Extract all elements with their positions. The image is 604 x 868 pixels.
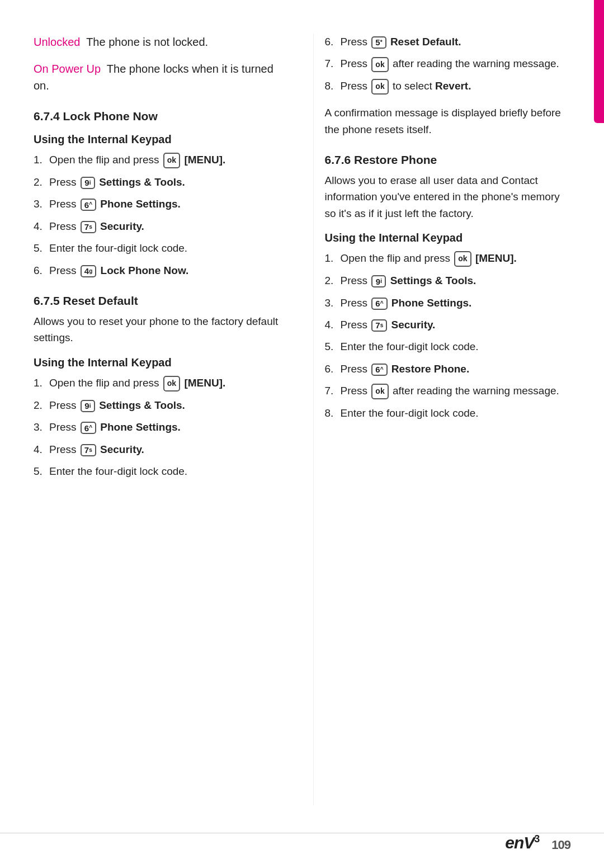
term-unlocked: Unlocked The phone is not locked.	[34, 34, 280, 50]
step-676-7: 7. Press ok after reading the warning me…	[325, 383, 571, 399]
key-6-674-3: 6^	[81, 199, 96, 211]
term-unlocked-label: Unlocked	[34, 36, 80, 48]
step-676-5: 5. Enter the four-digit lock code.	[325, 338, 571, 355]
ok-key-675-8: ok	[371, 79, 388, 95]
step-675-1: 1. Open the flip and press ok [MENU].	[34, 375, 280, 391]
key-7-676-4: 7s	[371, 319, 387, 332]
key-7-675-4: 7s	[81, 444, 96, 456]
term-unlocked-desc: The phone is not locked.	[86, 36, 208, 48]
footer: enV3 109	[0, 833, 604, 852]
section-674-sub-heading: Using the Internal Keypad	[34, 133, 280, 146]
note-675: A confirmation message is displayed brie…	[325, 105, 571, 138]
key-9-676-2: 9i	[371, 275, 386, 287]
left-column: Unlocked The phone is not locked. On Pow…	[34, 34, 291, 805]
step-675-4: 4. Press 7s Security.	[34, 441, 280, 457]
brand-text: enV3	[505, 833, 539, 852]
ok-key-675-7: ok	[371, 57, 388, 73]
key-9-675-2: 9i	[81, 400, 95, 412]
step-675-5: 5. Enter the four-digit lock code.	[34, 463, 280, 479]
key-6-676-3: 6^	[371, 298, 387, 310]
term-on-power-up-label: On Power Up	[34, 63, 101, 75]
ok-key-676-1: ok	[454, 251, 471, 267]
step-674-4: 4. Press 7s Security.	[34, 218, 280, 234]
page-content: Unlocked The phone is not locked. On Pow…	[0, 0, 604, 839]
key-6-676-6: 6^	[371, 364, 387, 376]
key-7-674-4: 7s	[81, 221, 96, 233]
step-674-2: 2. Press 9i Settings & Tools.	[34, 174, 280, 190]
term-on-power-up: On Power Up The phone locks when it is t…	[34, 60, 280, 94]
section-676-heading: 6.7.6 Restore Phone	[325, 153, 571, 167]
footer-page-number: 109	[551, 838, 570, 852]
section-675-sub-heading: Using the Internal Keypad	[34, 356, 280, 369]
footer-brand: enV3 109	[505, 833, 570, 852]
step-675-2: 2. Press 9i Settings & Tools.	[34, 397, 280, 413]
section-676-sub-heading: Using the Internal Keypad	[325, 232, 571, 244]
key-6-675-3: 6^	[81, 422, 96, 434]
step-676-3: 3. Press 6^ Phone Settings.	[325, 295, 571, 311]
section-675-steps-right: 6. Press 5* Reset Default. 7. Press ok a…	[325, 34, 571, 95]
section-675-steps-left: 1. Open the flip and press ok [MENU]. 2.…	[34, 375, 280, 480]
section-675-body: Allows you to reset your phone to the fa…	[34, 313, 280, 346]
section-674-steps: 1. Open the flip and press ok [MENU]. 2.…	[34, 152, 280, 279]
key-4-674-6: 4g	[81, 265, 96, 277]
step-676-4: 4. Press 7s Security.	[325, 317, 571, 333]
key-5-675-6: 5*	[371, 36, 386, 49]
step-674-5: 5. Enter the four-digit lock code.	[34, 240, 280, 256]
step-674-3: 3. Press 6^ Phone Settings.	[34, 196, 280, 212]
right-column: 6. Press 5* Reset Default. 7. Press ok a…	[313, 34, 571, 805]
step-676-1: 1. Open the flip and press ok [MENU].	[325, 250, 571, 267]
ok-key-676-7: ok	[371, 384, 388, 399]
step-674-1: 1. Open the flip and press ok [MENU].	[34, 152, 280, 168]
pink-sidebar-bar	[594, 0, 604, 123]
step-675-7: 7. Press ok after reading the warning me…	[325, 55, 571, 72]
step-674-6: 6. Press 4g Lock Phone Now.	[34, 262, 280, 279]
step-675-3: 3. Press 6^ Phone Settings.	[34, 419, 280, 435]
step-676-2: 2. Press 9i Settings & Tools.	[325, 272, 571, 289]
note-675-text: A confirmation message is displayed brie…	[325, 105, 571, 138]
section-676-steps: 1. Open the flip and press ok [MENU]. 2.…	[325, 250, 571, 421]
step-675-6: 6. Press 5* Reset Default.	[325, 34, 571, 50]
step-675-8: 8. Press ok to select Revert.	[325, 78, 571, 95]
ok-key-674-1: ok	[163, 153, 180, 168]
key-9-674-2: 9i	[81, 177, 95, 189]
ok-key-675-1: ok	[163, 376, 180, 391]
section-676-body: Allows you to erase all user data and Co…	[325, 172, 571, 221]
step-676-6: 6. Press 6^ Restore Phone.	[325, 361, 571, 377]
step-676-8: 8. Enter the four-digit lock code.	[325, 405, 571, 421]
section-675-heading: 6.7.5 Reset Default	[34, 294, 280, 308]
section-674-heading: 6.7.4 Lock Phone Now	[34, 110, 280, 123]
